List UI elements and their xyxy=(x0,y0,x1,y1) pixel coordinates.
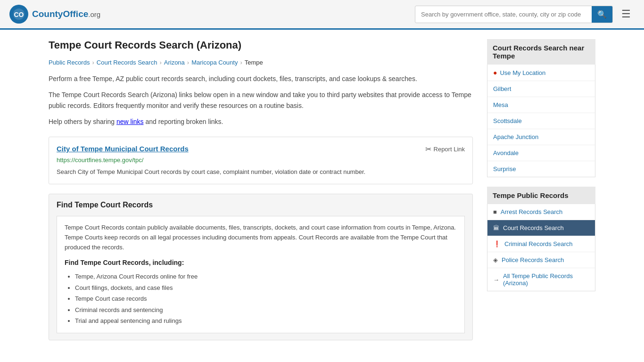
list-item: Court filings, dockets, and case files xyxy=(75,282,457,293)
scissors-icon: ✂ xyxy=(425,145,431,154)
sidebar-public-records-title: Tempe Public Records xyxy=(487,187,595,204)
link-card-title[interactable]: City of Tempe Municipal Court Records xyxy=(57,145,189,153)
link-card-header: City of Tempe Municipal Court Records ✂ … xyxy=(57,145,465,154)
description-2: The Tempe Court Records Search (Arizona)… xyxy=(49,90,473,111)
sidebar-item-scottsdale[interactable]: Scottsdale xyxy=(487,113,595,129)
breadcrumb-sep-4: › xyxy=(240,59,242,66)
arrest-records-icon: ■ xyxy=(493,208,497,215)
new-links[interactable]: new links xyxy=(116,118,144,125)
breadcrumb-court-records[interactable]: Court Records Search xyxy=(97,59,157,66)
sidebar-item-court-records[interactable]: 🏛 Court Records Search xyxy=(487,220,595,236)
breadcrumb-sep-1: › xyxy=(92,59,94,66)
gilbert-link[interactable]: Gilbert xyxy=(493,85,511,92)
breadcrumb-sep-2: › xyxy=(159,59,161,66)
police-records-link[interactable]: Police Records Search xyxy=(502,256,564,263)
search-button[interactable]: 🔍 xyxy=(592,6,612,23)
sidebar-item-all-public-records[interactable]: → All Tempe Public Records (Arizona) xyxy=(487,268,595,291)
search-input[interactable] xyxy=(415,7,592,22)
main-container: Tempe Court Records Search (Arizona) Pub… xyxy=(39,30,605,350)
breadcrumb: Public Records › Court Records Search › … xyxy=(49,59,473,66)
sidebar-item-police-records[interactable]: ◈ Police Records Search xyxy=(487,252,595,268)
breadcrumb-public-records[interactable]: Public Records xyxy=(49,59,90,66)
find-section: Find Tempe Court Records Tempe Court Rec… xyxy=(49,194,473,340)
header: CO CountyOffice.org 🔍 ☰ xyxy=(0,0,644,30)
criminal-records-icon: ❗ xyxy=(493,240,501,247)
find-section-text: Tempe Court Records contain publicly ava… xyxy=(65,223,457,252)
list-item: Tempe Court case records xyxy=(75,293,457,304)
header-right: 🔍 ☰ xyxy=(415,6,635,23)
sidebar-nearby-list: ● Use My Location Gilbert Mesa Scottsdal… xyxy=(487,65,595,177)
logo-icon: CO xyxy=(9,5,28,24)
sidebar-item-mesa[interactable]: Mesa xyxy=(487,97,595,113)
use-my-location-link[interactable]: Use My Location xyxy=(500,69,545,76)
sidebar-public-records-section: Tempe Public Records ■ Arrest Records Se… xyxy=(487,187,595,291)
sidebar-item-arrest-records[interactable]: ■ Arrest Records Search xyxy=(487,204,595,220)
sidebar-nearby-title: Court Records Search near Tempe xyxy=(487,39,595,65)
list-item: Criminal records and sentencing xyxy=(75,304,457,315)
content-area: Tempe Court Records Search (Arizona) Pub… xyxy=(49,39,473,340)
description-1: Perform a free Tempe, AZ public court re… xyxy=(49,74,473,84)
report-link-label: Report Link xyxy=(434,146,465,153)
find-section-subtitle: Find Tempe Court Records, including: xyxy=(65,259,457,266)
description-3-prefix: Help others by sharing xyxy=(49,118,116,125)
sidebar-item-avondale[interactable]: Avondale xyxy=(487,145,595,161)
logo-text: CountyOffice.org xyxy=(32,9,100,19)
list-item: Tempe, Arizona Court Records online for … xyxy=(75,271,457,282)
court-records-icon: 🏛 xyxy=(493,224,499,231)
logo-area[interactable]: CO CountyOffice.org xyxy=(9,5,100,24)
link-card-description: Search City of Tempe Municipal Court rec… xyxy=(57,167,465,177)
breadcrumb-sep-3: › xyxy=(187,59,189,66)
list-item: Trial and appeal sentencing and rulings xyxy=(75,315,457,326)
find-section-title: Find Tempe Court Records xyxy=(57,201,465,209)
arrest-records-link[interactable]: Arrest Records Search xyxy=(501,208,563,215)
use-my-location-item[interactable]: ● Use My Location xyxy=(487,65,595,81)
breadcrumb-current: Tempe xyxy=(245,59,263,66)
sidebar: Court Records Search near Tempe ● Use My… xyxy=(487,39,595,340)
find-section-list: Tempe, Arizona Court Records online for … xyxy=(65,271,457,326)
sidebar-nearby-section: Court Records Search near Tempe ● Use My… xyxy=(487,39,595,177)
menu-button[interactable]: ☰ xyxy=(618,6,635,22)
link-card-url[interactable]: https://courtfines.tempe.gov/tpc/ xyxy=(57,156,465,164)
location-dot-icon: ● xyxy=(493,69,497,76)
sidebar-item-surprise[interactable]: Surprise xyxy=(487,161,595,177)
scottsdale-link[interactable]: Scottsdale xyxy=(493,117,522,124)
all-records-icon: → xyxy=(493,276,499,283)
sidebar-item-criminal-records[interactable]: ❗ Criminal Records Search xyxy=(487,236,595,252)
sidebar-item-gilbert[interactable]: Gilbert xyxy=(487,81,595,97)
surprise-link[interactable]: Surprise xyxy=(493,165,516,173)
breadcrumb-arizona[interactable]: Arizona xyxy=(164,59,185,66)
sidebar-item-apache-junction[interactable]: Apache Junction xyxy=(487,129,595,145)
breadcrumb-maricopa[interactable]: Maricopa County xyxy=(191,59,238,66)
mesa-link[interactable]: Mesa xyxy=(493,101,508,108)
court-records-link[interactable]: Court Records Search xyxy=(503,224,564,231)
all-public-records-link[interactable]: All Tempe Public Records (Arizona) xyxy=(503,272,589,287)
page-title: Tempe Court Records Search (Arizona) xyxy=(49,39,473,51)
svg-text:CO: CO xyxy=(14,11,24,18)
avondale-link[interactable]: Avondale xyxy=(493,149,519,156)
apache-junction-link[interactable]: Apache Junction xyxy=(493,133,538,140)
search-bar: 🔍 xyxy=(415,6,613,23)
link-card: City of Tempe Municipal Court Records ✂ … xyxy=(49,137,473,185)
sidebar-public-records-list: ■ Arrest Records Search 🏛 Court Records … xyxy=(487,204,595,291)
criminal-records-link[interactable]: Criminal Records Search xyxy=(504,240,573,247)
description-3: Help others by sharing new links and rep… xyxy=(49,116,473,127)
report-link-button[interactable]: ✂ Report Link xyxy=(425,145,465,154)
description-3-suffix: and reporting broken links. xyxy=(144,118,223,125)
police-records-icon: ◈ xyxy=(493,256,498,263)
